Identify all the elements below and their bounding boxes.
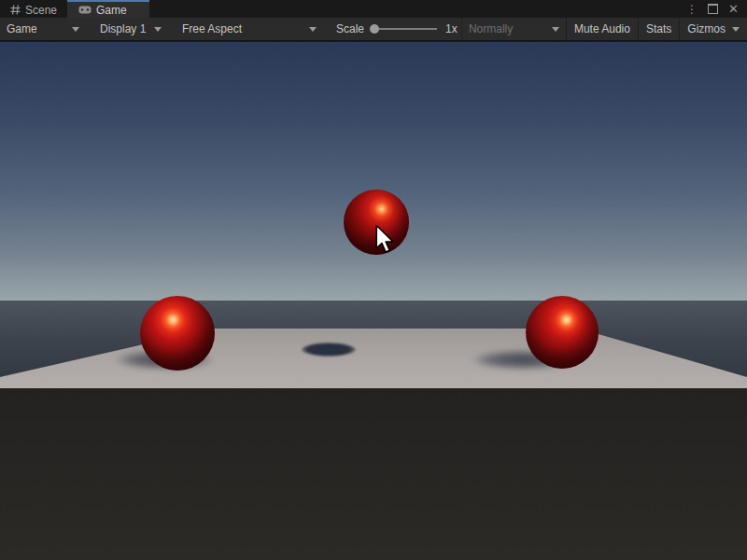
scale-slider-thumb[interactable] bbox=[370, 24, 379, 34]
chevron-down-icon bbox=[309, 27, 317, 32]
chevron-down-icon bbox=[154, 27, 162, 32]
mute-audio-button[interactable]: Mute Audio bbox=[566, 18, 638, 40]
render-target-label: Game bbox=[7, 22, 37, 35]
chevron-down-icon bbox=[732, 27, 740, 32]
tab-scene-label: Scene bbox=[25, 4, 57, 17]
display-dropdown[interactable]: Display 1 bbox=[93, 18, 168, 40]
scale-slider[interactable] bbox=[370, 24, 437, 34]
chevron-down-icon bbox=[552, 27, 559, 32]
display-label: Display 1 bbox=[100, 22, 146, 35]
scale-slider-track[interactable] bbox=[370, 28, 437, 30]
game-render-viewport[interactable] bbox=[0, 42, 747, 560]
shadow-floating-sphere bbox=[302, 343, 356, 357]
aspect-ratio-dropdown[interactable]: Free Aspect bbox=[176, 18, 323, 40]
tab-scene[interactable]: Scene bbox=[0, 0, 67, 18]
stats-label: Stats bbox=[646, 22, 671, 35]
gamepad-icon bbox=[78, 6, 92, 14]
dark-foreground-ground bbox=[0, 388, 747, 560]
scale-label: Scale bbox=[336, 22, 364, 35]
stats-button[interactable]: Stats bbox=[638, 18, 679, 40]
tab-game-label: Game bbox=[96, 4, 127, 17]
render-target-dropdown[interactable]: Game bbox=[0, 18, 86, 40]
play-mode-dropdown[interactable]: Normally bbox=[461, 18, 566, 40]
play-mode-label: Normally bbox=[469, 22, 513, 35]
mouse-cursor-icon bbox=[375, 225, 396, 258]
close-window-icon[interactable]: ✕ bbox=[728, 3, 739, 15]
maximize-window-icon[interactable] bbox=[708, 4, 718, 14]
sky-gradient bbox=[0, 42, 747, 301]
chevron-down-icon bbox=[72, 27, 79, 32]
more-options-icon[interactable]: ⋮ bbox=[686, 4, 698, 15]
tab-game[interactable]: Game bbox=[67, 0, 149, 18]
gizmos-dropdown-button[interactable]: Gizmos bbox=[679, 18, 747, 40]
grid-icon bbox=[10, 5, 21, 15]
scale-control: Scale 1x bbox=[336, 22, 458, 35]
scale-value: 1x bbox=[445, 22, 458, 35]
tab-bar: Scene Game ⋮ ✕ bbox=[0, 0, 747, 18]
gizmos-label: Gizmos bbox=[687, 22, 726, 35]
aspect-ratio-label: Free Aspect bbox=[182, 22, 242, 35]
unity-game-window: Scene Game ⋮ ✕ Game Display 1 bbox=[0, 0, 747, 560]
red-sphere-left bbox=[140, 296, 215, 371]
red-sphere-right bbox=[526, 296, 599, 369]
mute-audio-label: Mute Audio bbox=[574, 22, 630, 35]
window-controls: ⋮ ✕ bbox=[686, 0, 747, 18]
game-view-toolbar: Game Display 1 Free Aspect Scale 1x Norm… bbox=[0, 18, 747, 41]
